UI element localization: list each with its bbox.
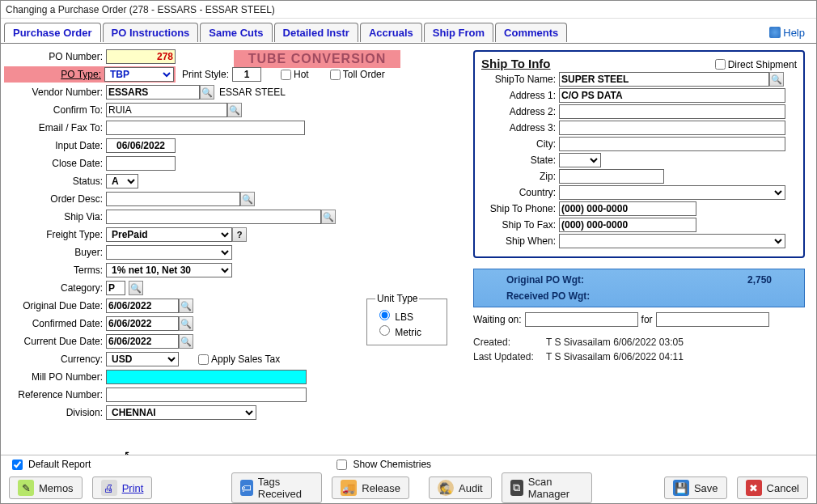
po-type-label: PO Type:	[6, 69, 104, 80]
default-report-checkbox[interactable]	[12, 460, 23, 470]
po-number-input[interactable]	[106, 49, 176, 64]
confirm-to-lookup-icon[interactable]: 🔍	[227, 103, 242, 117]
tags-label: Tags Received	[258, 476, 314, 500]
email-fax-input[interactable]	[106, 121, 305, 135]
ship-to-heading: Ship To Info	[481, 57, 551, 70]
vendor-number-input[interactable]	[106, 85, 200, 100]
confirmed-date-input[interactable]	[106, 316, 179, 331]
scan-manager-button[interactable]: ⧉Scan Manager	[502, 472, 592, 503]
confirmed-date-lookup-icon[interactable]: 🔍	[179, 316, 193, 331]
show-chemistries-label: Show Chemistries	[353, 459, 431, 470]
tab-purchase-order[interactable]: Purchase Order	[4, 23, 101, 42]
division-label: Division:	[4, 407, 106, 418]
hot-checkbox[interactable]	[281, 70, 291, 80]
hot-label: Hot	[294, 69, 309, 80]
app-window: Changing a Purchase Order (278 - ESSARS …	[0, 0, 817, 504]
currency-select[interactable]: USD	[106, 352, 179, 366]
window-title: Changing a Purchase Order (278 - ESSARS …	[1, 1, 816, 19]
input-date-label: Input Date:	[4, 140, 106, 151]
buyer-select[interactable]	[106, 245, 232, 260]
current-due-lookup-icon[interactable]: 🔍	[179, 334, 193, 349]
tab-accruals[interactable]: Accruals	[360, 23, 422, 42]
country-label: Country:	[481, 187, 559, 198]
email-fax-label: Email / Fax To:	[4, 122, 106, 133]
zip-input[interactable]	[559, 169, 664, 184]
memos-button[interactable]: ✎Memos	[9, 476, 83, 499]
input-date-input[interactable]	[106, 138, 176, 153]
updated-label: Last Updated:	[473, 351, 546, 362]
state-select[interactable]	[559, 153, 601, 167]
phone-input[interactable]	[559, 201, 696, 216]
orig-due-input[interactable]	[106, 299, 179, 313]
city-label: City:	[481, 138, 559, 150]
country-select[interactable]	[559, 185, 785, 200]
ship-when-select[interactable]	[559, 234, 785, 248]
updated-row: Last Updated: T S Sivasailam 6/06/2022 0…	[473, 351, 805, 362]
terms-label: Terms:	[4, 265, 106, 276]
ship-via-label: Ship Via:	[4, 211, 106, 222]
division-select[interactable]: CHENNAI	[106, 405, 256, 420]
release-button[interactable]: 🚚Release	[332, 476, 409, 499]
waiting-for-input[interactable]	[656, 312, 769, 327]
unit-lbs-radio[interactable]	[379, 310, 390, 320]
freight-type-select[interactable]: PrePaid	[106, 227, 232, 242]
close-date-input[interactable]	[106, 156, 176, 171]
confirm-to-label: Confirm To:	[4, 104, 106, 116]
direct-shipment-checkbox[interactable]	[715, 59, 726, 70]
addr2-input[interactable]	[559, 104, 785, 119]
save-label: Save	[694, 482, 718, 494]
save-button[interactable]: 💾Save	[664, 476, 727, 499]
confirm-to-input[interactable]	[106, 103, 227, 117]
mill-po-input[interactable]	[106, 370, 307, 384]
tab-po-instructions[interactable]: PO Instructions	[103, 23, 199, 42]
audit-label: Audit	[459, 482, 483, 494]
help-link[interactable]: Help	[769, 27, 805, 39]
print-button[interactable]: 🖨Print	[92, 476, 153, 499]
current-due-input[interactable]	[106, 334, 179, 349]
order-desc-lookup-icon[interactable]: 🔍	[240, 192, 255, 206]
orig-due-lookup-icon[interactable]: 🔍	[179, 299, 193, 313]
terms-select[interactable]: 1% net 10, Net 30	[106, 263, 232, 277]
category-input[interactable]	[106, 281, 125, 295]
save-icon: 💾	[673, 480, 689, 496]
created-value: T S Sivasailam 6/06/2022 03:05	[546, 337, 684, 348]
reference-number-input[interactable]	[106, 388, 307, 402]
ship-via-input[interactable]	[106, 210, 321, 224]
freight-help-button[interactable]: ?	[232, 227, 247, 242]
tab-comments[interactable]: Comments	[495, 23, 567, 42]
fax-input[interactable]	[559, 218, 696, 232]
mill-po-label: Mill PO Number:	[4, 371, 106, 383]
waiting-on-input[interactable]	[525, 312, 638, 327]
print-style-spinner[interactable]: 1	[232, 67, 261, 82]
shipto-name-input[interactable]	[559, 72, 769, 87]
tab-ship-from[interactable]: Ship From	[424, 23, 493, 42]
status-select[interactable]: A	[106, 174, 138, 188]
addr3-input[interactable]	[559, 121, 785, 135]
waiting-for-label: for	[641, 314, 653, 325]
print-label: Print	[122, 482, 144, 494]
city-input[interactable]	[559, 137, 785, 151]
show-chemistries-checkbox[interactable]	[337, 460, 347, 470]
default-report-label: Default Report	[28, 459, 91, 470]
addr1-label: Address 1:	[481, 90, 559, 101]
audit-button[interactable]: 🕵Audit	[429, 476, 492, 499]
ship-via-lookup-icon[interactable]: 🔍	[321, 210, 336, 224]
shipto-name-lookup-icon[interactable]: 🔍	[769, 72, 784, 87]
orig-due-label: Original Due Date:	[4, 300, 106, 311]
tags-received-button[interactable]: 🏷Tags Received	[231, 472, 323, 503]
order-desc-input[interactable]	[106, 192, 240, 206]
cancel-button[interactable]: ✖Cancel	[737, 476, 808, 499]
updated-value: T S Sivasailam 6/06/2022 04:11	[546, 351, 684, 362]
tab-same-cuts[interactable]: Same Cuts	[200, 23, 272, 42]
po-type-select[interactable]: TBP	[104, 67, 174, 82]
state-label: State:	[481, 155, 559, 166]
orig-wgt-value: 2,750	[747, 274, 772, 286]
orig-wgt-label: Original PO Wgt:	[506, 274, 584, 286]
apply-sales-tax-checkbox[interactable]	[198, 354, 209, 365]
category-lookup-icon[interactable]: 🔍	[129, 281, 143, 295]
vendor-lookup-icon[interactable]: 🔍	[200, 85, 214, 100]
unit-metric-radio[interactable]	[379, 325, 390, 336]
addr1-input[interactable]	[559, 88, 785, 103]
toll-order-checkbox[interactable]	[330, 70, 341, 80]
tab-detailed-instr[interactable]: Detailed Instr	[274, 23, 358, 42]
